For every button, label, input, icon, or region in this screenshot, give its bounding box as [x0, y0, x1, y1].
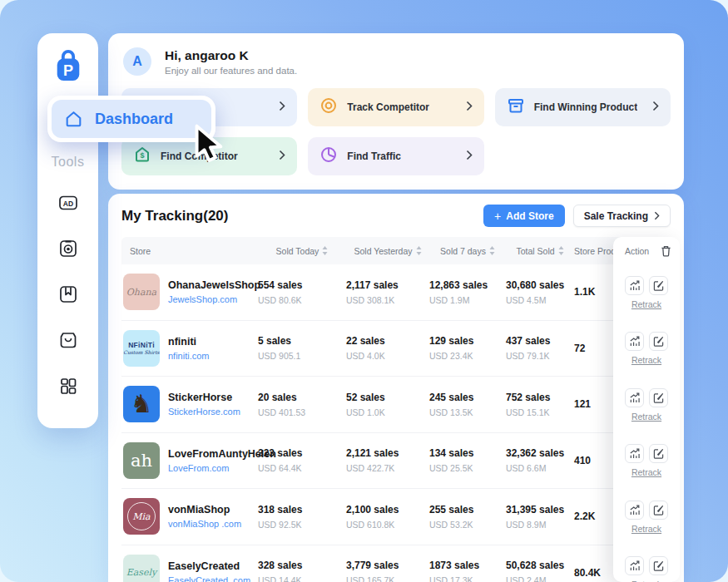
store-domain-link[interactable]: StickerHorse.com	[168, 407, 240, 417]
chart-icon	[629, 560, 640, 571]
total-sold-cell: 50,628 salesUSD 2.4M	[506, 560, 574, 582]
edit-button[interactable]	[649, 388, 668, 407]
total-sold-cell: 752 salesUSD 15.1K	[506, 392, 574, 417]
sales-chart-button[interactable]	[625, 388, 644, 407]
retrack-link[interactable]: Retrack	[631, 355, 661, 365]
delete-all-icon[interactable]	[661, 245, 671, 257]
sales-chart-button[interactable]	[625, 444, 644, 463]
bookmark-icon[interactable]	[57, 283, 80, 306]
edit-icon	[653, 560, 664, 571]
sold-today-cell: 328 salesUSD 14.4K	[258, 560, 346, 582]
col-header-action: Action	[625, 246, 649, 256]
store-avatar-text: Easely	[126, 567, 156, 578]
store-avatar: ah	[123, 442, 160, 479]
sold-yesterday-cell: 2,117 salesUSD 308.1K	[346, 279, 429, 305]
store-avatar-text: Mia	[127, 502, 156, 530]
sold-today-cell: 318 salesUSD 92.5K	[258, 504, 346, 530]
edit-button[interactable]	[649, 444, 668, 463]
sale-tracking-button[interactable]: Sale Tracking	[573, 205, 671, 227]
sold-today-cell: 323 salesUSD 64.4K	[258, 447, 346, 473]
retrack-link[interactable]: Retrack	[631, 467, 661, 477]
sales-chart-button[interactable]	[625, 332, 644, 351]
chevron-right-icon	[466, 100, 473, 115]
store-avatar-text: ♞	[131, 392, 153, 417]
store-avatar-text: ah	[131, 451, 152, 471]
feature-card-find-traffic[interactable]: Find Traffic	[308, 137, 483, 175]
svg-text:$: $	[140, 151, 144, 160]
action-rows: Retrack Retrack	[613, 264, 680, 582]
store-name: vonMiaShop	[168, 504, 241, 515]
add-store-button[interactable]: + Add Store	[483, 205, 565, 227]
total-sold-cell: 437 salesUSD 79.1K	[506, 335, 574, 361]
shop-dollar-icon: $	[133, 146, 151, 167]
table-body: Ohana OhanaJewelsShop JewelsShop.com 554…	[121, 264, 671, 582]
total-sold-cell: 30,680 salesUSD 4.5M	[506, 279, 574, 305]
sold-yesterday-cell: 3,779 salesUSD 165.7K	[346, 560, 429, 582]
sold-7-days-cell: 12,863 salesUSD 1.9M	[429, 279, 506, 305]
track-box-icon[interactable]	[57, 237, 80, 260]
edit-button[interactable]	[649, 501, 668, 520]
retrack-link[interactable]: Retrack	[631, 299, 661, 309]
home-icon	[63, 109, 84, 130]
store-avatar-subtext: Custom Shirts	[123, 349, 159, 355]
edit-icon	[653, 392, 664, 403]
feature-card-find-winning-product[interactable]: Find Winning Product	[495, 88, 671, 126]
chevron-right-icon	[279, 100, 285, 115]
col-header-sold-today[interactable]: Sold Today	[258, 246, 346, 256]
store-domain-link[interactable]: EaselyCreated .com	[168, 575, 250, 582]
col-header-store: Store	[121, 246, 258, 256]
ads-icon[interactable]: AD	[57, 191, 80, 215]
sold-7-days-cell: 245 salesUSD 13.5K	[429, 392, 506, 417]
store-domain-link[interactable]: JewelsShop.com	[168, 294, 260, 304]
table-row: Easely EaselyCreated EaselyCreated .com …	[121, 545, 671, 582]
edit-icon	[653, 336, 664, 347]
sort-icon	[558, 246, 564, 255]
chevron-right-icon	[652, 100, 659, 115]
table-header: Store Sold Today Sold Yesterday Sold 7 d…	[121, 237, 671, 264]
retrack-link[interactable]: Retrack	[631, 524, 661, 534]
store-name: EaselyCreated	[168, 560, 250, 572]
sold-yesterday-cell: 52 salesUSD 1.0K	[346, 392, 429, 417]
sales-chart-button[interactable]	[625, 556, 644, 575]
store-avatar: Mia	[123, 498, 160, 535]
sort-icon	[489, 246, 495, 255]
edit-button[interactable]	[649, 276, 668, 295]
sold-yesterday-cell: 2,121 salesUSD 422.7K	[346, 447, 429, 473]
feature-card-label: Find Winning Product	[534, 101, 638, 113]
action-row: Retrack	[613, 545, 680, 582]
svg-text:AD: AD	[62, 200, 72, 208]
edit-button[interactable]	[649, 556, 668, 575]
sort-icon	[322, 246, 328, 255]
sold-7-days-cell: 255 salesUSD 53.2K	[429, 504, 506, 530]
store-domain-link[interactable]: vonMiaShop .com	[168, 519, 241, 529]
sold-today-cell: 554 salesUSD 80.6K	[258, 279, 346, 305]
apps-grid-icon[interactable]	[57, 374, 80, 397]
sales-chart-button[interactable]	[625, 501, 644, 520]
edit-button[interactable]	[649, 332, 668, 351]
store-avatar: NFiNiTi Custom Shirts	[123, 330, 160, 367]
store-domain-link[interactable]: nfiniti.com	[168, 351, 210, 361]
table-row: ah LoveFromAuntyHelen LoveFrom.com 323 s…	[121, 433, 671, 490]
dashboard-menu-item[interactable]: Dashboard	[47, 96, 215, 142]
table-row: NFiNiTi Custom Shirts nfiniti nfiniti.co…	[121, 321, 671, 377]
sidebar-nav: AD	[37, 191, 98, 397]
store-name: StickerHorse	[168, 392, 240, 403]
feature-card-track-competitor[interactable]: Track Competitor	[308, 88, 483, 126]
user-avatar[interactable]: A	[123, 47, 151, 76]
store-name: OhanaJewelsShop	[168, 279, 260, 291]
sales-chart-button[interactable]	[625, 276, 644, 295]
tracking-title: My Tracking(20)	[121, 208, 229, 224]
store-avatar-text: Ohana	[126, 287, 156, 298]
sort-icon	[416, 246, 422, 255]
tools-section-label: Tools	[37, 155, 98, 170]
col-header-sold-7-days[interactable]: Sold 7 days	[429, 246, 506, 256]
store-avatar: Easely	[123, 555, 160, 582]
chart-icon	[629, 336, 640, 347]
sold-today-cell: 5 salesUSD 905.1	[258, 335, 346, 361]
col-header-sold-yesterday[interactable]: Sold Yesterday	[346, 246, 429, 256]
app-logo-icon[interactable]: P	[52, 48, 84, 86]
product-box-icon	[507, 96, 525, 118]
retrack-link[interactable]: Retrack	[631, 412, 661, 422]
store-bag-icon[interactable]	[57, 328, 80, 352]
col-header-total-sold[interactable]: Total Sold	[506, 246, 574, 256]
